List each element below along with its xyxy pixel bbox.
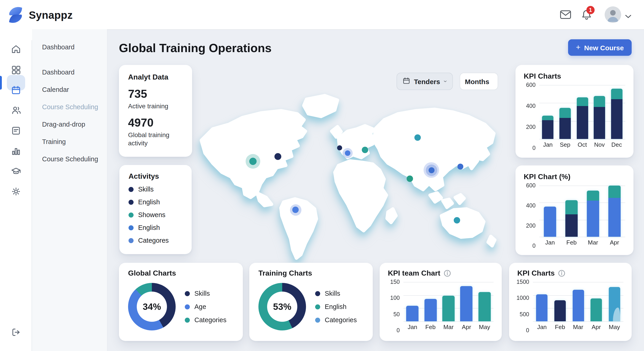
activity-item: English <box>128 198 182 206</box>
y-tick-label: 1000 <box>516 295 529 302</box>
legend-item: Skills <box>185 290 226 297</box>
map-marker <box>414 134 421 141</box>
sidebar-item-course-scheduling[interactable]: Course Scheduling <box>42 101 106 112</box>
kpi-chart-pct-card: KPI Chart (%) 6004002000 JanFebMarApr <box>516 165 634 255</box>
stat-value: 4970 <box>128 116 183 129</box>
notification-badge: 1 <box>586 6 594 14</box>
activity-item: Skills <box>128 186 182 193</box>
user-avatar[interactable] <box>605 6 621 23</box>
sidebar-item-drag-and-drop[interactable]: Drag-and-drop <box>42 119 106 130</box>
legend-dot <box>128 187 134 192</box>
calendar-small-icon <box>402 77 410 86</box>
legend-dot <box>185 291 190 296</box>
bar-segment <box>536 294 548 321</box>
donut-chart: 34% <box>128 283 176 331</box>
bar-segment <box>442 296 455 321</box>
y-axis: 6004002000 <box>524 85 536 148</box>
tenders-dropdown[interactable]: Tenders <box>396 73 453 90</box>
sidebar-item-training[interactable]: Training <box>42 136 106 147</box>
y-tick-label: 200 <box>526 223 536 229</box>
notes-icon[interactable] <box>11 126 21 136</box>
card-title: Global Charts <box>128 269 234 277</box>
months-dropdown[interactable]: Months <box>460 73 498 90</box>
bar-segment <box>406 306 418 321</box>
donut-center-value: 34% <box>143 302 161 312</box>
x-tick-label: Feb <box>551 324 569 331</box>
kpi-charts-card: KPI Charts 6004002000 JanSepOctNovDec <box>516 65 634 158</box>
settings-gear-icon[interactable] <box>11 186 21 197</box>
bar-segment <box>590 298 602 321</box>
legend-label: Skills <box>194 290 210 297</box>
header-divider <box>107 29 644 30</box>
bar-segment <box>424 299 436 321</box>
stats-list: 735Active training4970Global training ac… <box>128 87 183 147</box>
chart-legend: SkillsAgeCategories <box>185 290 226 324</box>
plus-icon: + <box>576 43 580 52</box>
gridline <box>404 282 494 283</box>
x-tick-label: Sep <box>556 141 574 148</box>
mail-icon[interactable] <box>560 10 571 21</box>
legend-dot <box>128 212 134 217</box>
legend-dot <box>315 291 320 296</box>
chevron-down-icon <box>444 79 447 83</box>
y-tick-label: 500 <box>520 311 529 318</box>
bar-segment <box>608 186 621 198</box>
bar-segment <box>542 116 554 120</box>
sidebar-item-dashboard[interactable]: Dashboard <box>42 67 106 78</box>
legend-dot <box>128 200 134 205</box>
y-axis: 6004002000 <box>524 186 536 246</box>
bar-chart: 150010005000 JanFebMarAprMay <box>517 282 624 331</box>
info-icon[interactable] <box>444 270 451 277</box>
calendar-icon[interactable] <box>11 85 21 95</box>
y-tick-label: 200 <box>526 124 536 130</box>
graduation-cap-icon[interactable] <box>11 166 21 176</box>
map-marker <box>406 175 413 182</box>
bar-dec <box>611 89 622 139</box>
home-icon[interactable] <box>11 44 21 54</box>
analyt-data-card: Analyt Data 735Active training4970Global… <box>119 65 192 157</box>
bar-apr <box>608 186 621 237</box>
legend-item: Age <box>185 303 226 310</box>
gridline <box>539 139 625 139</box>
dashboard-grid-icon[interactable] <box>11 65 21 75</box>
brand-name: Synappz <box>29 9 73 21</box>
map-marker <box>457 163 463 169</box>
x-tick-label: Apr <box>458 324 476 331</box>
x-tick-label: May <box>605 324 624 331</box>
stat-label: Global training activity <box>128 131 183 147</box>
sidebar-divider <box>32 40 32 351</box>
bar-jan <box>542 116 554 139</box>
legend-item: Skills <box>315 290 357 297</box>
legend-label: Age <box>194 303 206 310</box>
info-icon[interactable] <box>558 270 565 277</box>
map-marker <box>337 145 342 150</box>
sidebar-item-course-scheduling[interactable]: Course Scheduling <box>42 154 106 165</box>
gridline <box>539 237 625 237</box>
activity-label: English <box>138 224 160 231</box>
bar-segment <box>576 97 588 106</box>
bar-segment <box>594 96 605 107</box>
logout-icon[interactable] <box>11 327 21 337</box>
legend-item: English <box>315 303 357 310</box>
x-tick-label: Dec <box>608 141 625 148</box>
chevron-down-icon[interactable] <box>625 12 632 20</box>
bar-wave-accent <box>613 308 620 321</box>
activity-label: Showens <box>138 211 165 218</box>
bar-chart-icon[interactable] <box>11 146 21 156</box>
bar-segment <box>560 108 571 118</box>
gridline <box>404 321 494 322</box>
training-charts-card: Training Charts 53% SkillsEnglishCategor… <box>249 263 373 341</box>
sidebar-item-calendar[interactable]: Calendar <box>42 84 106 95</box>
x-axis-labels: JanSepOctNovDec <box>539 141 625 148</box>
legend-label: Skills <box>325 290 340 297</box>
stat-value: 735 <box>128 87 183 100</box>
x-tick-label: Mar <box>440 324 458 331</box>
x-tick-label: Jan <box>539 141 556 148</box>
new-course-button[interactable]: + New Course <box>568 39 632 56</box>
sidebar-item-dashboard[interactable]: Dashboard <box>42 41 106 52</box>
x-tick-label: Apr <box>604 239 625 246</box>
users-icon[interactable] <box>11 105 21 115</box>
bar-segment <box>608 287 620 321</box>
bar-segment <box>544 206 556 237</box>
sidebar-menu: DashboardDashboardCalendarCourse Schedul… <box>42 38 106 175</box>
